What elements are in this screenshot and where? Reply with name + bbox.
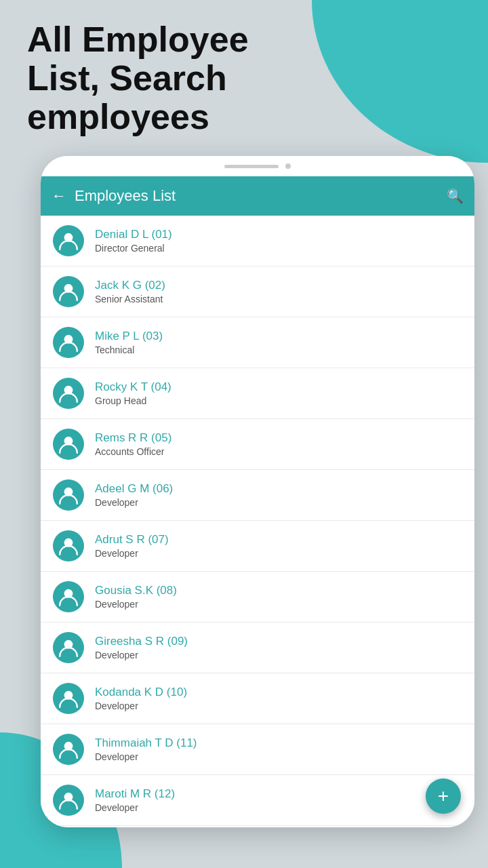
phone-mockup: ← Employees List 🔍 Denial D L (01) Direc… <box>41 156 474 827</box>
employee-info: Maroti M R (12) Developer <box>95 787 462 813</box>
employee-name: Gireesha S R (09) <box>95 635 462 648</box>
employee-role: Developer <box>95 701 462 711</box>
list-item[interactable]: Mike P L (03) Technical <box>41 317 474 368</box>
list-item[interactable]: Adeel G M (06) Developer <box>41 470 474 521</box>
add-employee-button[interactable]: + <box>426 778 461 814</box>
employee-info: Gousia S.K (08) Developer <box>95 584 462 610</box>
notch-line <box>224 165 279 168</box>
avatar <box>53 530 84 561</box>
employee-role: Developer <box>95 751 462 762</box>
employee-role: Developer <box>95 802 462 813</box>
list-item[interactable]: Balendu (13) Driver <box>41 826 474 827</box>
page-title: All Employee List, Search employees <box>27 20 312 137</box>
employee-name: Thimmaiah T D (11) <box>95 736 462 750</box>
list-item[interactable]: Maroti M R (12) Developer <box>41 775 474 826</box>
avatar <box>53 632 84 663</box>
list-item[interactable]: Denial D L (01) Director General <box>41 216 474 267</box>
employee-role: Developer <box>95 497 462 508</box>
employee-role: Technical <box>95 344 462 355</box>
employee-role: Developer <box>95 599 462 610</box>
employee-info: Mike P L (03) Technical <box>95 330 462 355</box>
employee-name: Maroti M R (12) <box>95 787 462 801</box>
employee-info: Jack K G (02) Senior Assistant <box>95 279 462 304</box>
list-item[interactable]: Kodanda K D (10) Developer <box>41 673 474 724</box>
avatar <box>53 479 84 511</box>
bg-decoration-top-right <box>312 0 488 163</box>
employee-info: Rems R R (05) Accounts Officer <box>95 431 462 457</box>
employee-role: Developer <box>95 548 462 559</box>
list-item[interactable]: Rems R R (05) Accounts Officer <box>41 419 474 470</box>
employee-name: Adrut S R (07) <box>95 533 462 547</box>
avatar <box>53 276 84 307</box>
list-item[interactable]: Gireesha S R (09) Developer <box>41 623 474 673</box>
list-item[interactable]: Adrut S R (07) Developer <box>41 521 474 572</box>
avatar <box>53 429 84 460</box>
avatar <box>53 683 84 714</box>
employee-name: Mike P L (03) <box>95 330 462 343</box>
list-item[interactable]: Thimmaiah T D (11) Developer <box>41 724 474 775</box>
employee-info: Kodanda K D (10) Developer <box>95 686 462 711</box>
employee-role: Director General <box>95 243 462 254</box>
employee-role: Group Head <box>95 395 462 406</box>
notch-dot <box>285 163 291 169</box>
list-item[interactable]: Gousia S.K (08) Developer <box>41 572 474 623</box>
employee-role: Senior Assistant <box>95 294 462 304</box>
back-button[interactable]: ← <box>52 187 66 205</box>
employee-info: Adeel G M (06) Developer <box>95 482 462 508</box>
employee-name: Rocky K T (04) <box>95 380 462 394</box>
employee-info: Thimmaiah T D (11) Developer <box>95 736 462 762</box>
employee-list: Denial D L (01) Director General Jack K … <box>41 216 474 827</box>
employee-name: Jack K G (02) <box>95 279 462 292</box>
employee-name: Rems R R (05) <box>95 431 462 445</box>
employee-role: Developer <box>95 650 462 660</box>
avatar <box>53 225 84 256</box>
employee-name: Kodanda K D (10) <box>95 686 462 699</box>
employee-info: Denial D L (01) Director General <box>95 228 462 254</box>
employee-info: Rocky K T (04) Group Head <box>95 380 462 406</box>
phone-notch <box>41 156 474 176</box>
avatar <box>53 734 84 765</box>
list-item[interactable]: Jack K G (02) Senior Assistant <box>41 267 474 317</box>
app-header: ← Employees List 🔍 <box>41 176 474 216</box>
employee-name: Denial D L (01) <box>95 228 462 241</box>
header-title: Employees List <box>75 187 439 205</box>
employee-name: Adeel G M (06) <box>95 482 462 496</box>
avatar <box>53 785 84 816</box>
avatar <box>53 327 84 358</box>
employee-info: Gireesha S R (09) Developer <box>95 635 462 660</box>
avatar <box>53 581 84 612</box>
search-button[interactable]: 🔍 <box>447 188 464 204</box>
employee-info: Adrut S R (07) Developer <box>95 533 462 559</box>
employee-role: Accounts Officer <box>95 446 462 457</box>
avatar <box>53 378 84 409</box>
list-item[interactable]: Rocky K T (04) Group Head <box>41 368 474 419</box>
employee-name: Gousia S.K (08) <box>95 584 462 597</box>
